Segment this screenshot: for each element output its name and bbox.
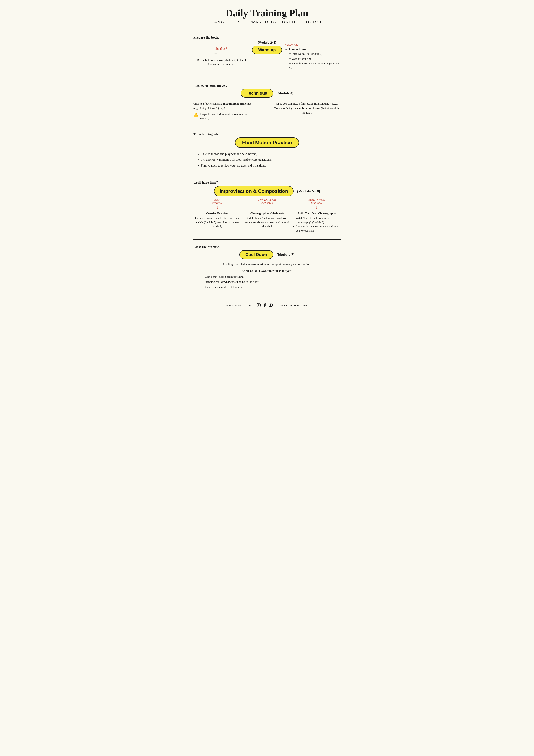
improv-branch-creativity: Boostcreativity ↓ Creative Exercises Cho… xyxy=(193,198,241,233)
cooldown-options: With a mat (floor-based stretching) Stan… xyxy=(193,274,341,289)
footer-brand: MOVE WITH MIIGAA xyxy=(279,304,308,307)
improv-list-3: Watch "How to build your own choreograph… xyxy=(293,216,341,233)
recurring-label: recurring? xyxy=(285,43,341,47)
footer-icons xyxy=(257,303,273,308)
divider-6 xyxy=(193,296,341,296)
improv-label: ...still have time? xyxy=(193,180,341,184)
improv-branch-confident: Confident in yourtechnique`? ↓ Choreogra… xyxy=(243,198,291,233)
warning-box: ⚠️ Jumps, floorwork & acrobatics have an… xyxy=(193,112,253,120)
improv-branches: Boostcreativity ↓ Creative Exercises Cho… xyxy=(193,198,341,233)
fluid-label: Time to integrate! xyxy=(193,132,341,136)
warmup-left: 1st time? ← Do the full ballet class (Mo… xyxy=(193,41,249,67)
warning-icon: ⚠️ xyxy=(193,113,198,117)
improv-list-item-3-1: Watch "How to build your own choreograph… xyxy=(296,216,341,225)
improv-text-2: Start the horeographies once you have a … xyxy=(243,216,291,229)
technique-center: Technique (Module 4) xyxy=(193,89,341,97)
divider-4 xyxy=(193,175,341,175)
svg-marker-2 xyxy=(270,305,271,306)
warmup-module: (Module 2+3) xyxy=(258,41,276,44)
improv-title-1: Creative Exercises xyxy=(193,212,241,215)
improv-content-2: Choreographies (Module 6) Start the hore… xyxy=(243,212,291,229)
technique-section: Lets learn some moves. Technique (Module… xyxy=(193,82,341,123)
instagram-icon xyxy=(257,303,261,308)
cooldown-label: Close the practise. xyxy=(193,245,341,249)
fluid-list: Take your prop and play with the new mov… xyxy=(193,151,341,168)
fluid-item-3: Film yourself to review your progress an… xyxy=(201,163,341,168)
page-title: Daily Training Plan xyxy=(193,8,341,19)
improv-content-3: Build Your Own Choreography Watch "How t… xyxy=(293,212,341,233)
technique-label: Lets learn some moves. xyxy=(193,84,341,88)
facebook-icon xyxy=(263,303,267,308)
improv-content-1: Creative Exercises Choose one lesson fro… xyxy=(193,212,241,229)
improv-text-1: Choose one lesson from the games/dynamic… xyxy=(193,216,241,229)
cooldown-section: Close the practise. Cool Down (Module 7)… xyxy=(193,243,341,293)
warmup-label: Prepare the body. xyxy=(193,36,341,40)
page-subtitle: DANCE FOR FLOWARTISTS - ONLINE COURSE xyxy=(193,20,341,24)
warmup-option-3: Ballet foundations and exercises (Module… xyxy=(289,61,341,71)
divider-3 xyxy=(193,127,341,127)
cooldown-select-label: Select a Cool Down that works for you: xyxy=(193,269,341,273)
technique-pill: Technique xyxy=(241,89,273,97)
divider-1 xyxy=(193,30,341,30)
technique-body: Choose a few lessons and mix different e… xyxy=(193,101,341,120)
ballet-text: Do the full ballet class (Module 3) to b… xyxy=(193,58,249,67)
improv-branch-label-1: Boostcreativity xyxy=(212,198,222,204)
improv-branch-label-3: Ready to createyour own? xyxy=(309,198,325,204)
technique-left-text: Choose a few lessons and mix different e… xyxy=(193,101,253,110)
fluid-center: Fluid Motion Practice xyxy=(193,137,341,148)
cooldown-option-1: With a mat (floor-based stretching) xyxy=(205,274,341,279)
fluid-pill: Fluid Motion Practice xyxy=(235,137,299,148)
improv-pill: Improvisation & Composition xyxy=(214,186,294,196)
warmup-right: recurring? → Choose from: Joint Warm Up … xyxy=(285,41,341,71)
cooldown-option-3: Your own personal stretch routine xyxy=(205,284,341,289)
improv-title-3: Build Your Own Choreography xyxy=(293,212,341,215)
cooldown-module: (Module 7) xyxy=(277,253,294,256)
improv-list-item-3-2: Integrate the movements and transitions … xyxy=(296,225,341,233)
fluid-item-2: Try different variations with props and … xyxy=(201,157,341,163)
first-time-label: 1st time? xyxy=(193,47,249,50)
technique-module: (Module 4) xyxy=(277,91,293,95)
warning-text: Jumps, floorwork & acrobatics have an ex… xyxy=(200,112,253,120)
svg-rect-0 xyxy=(257,303,260,307)
fluid-item-1: Take your prop and play with the new mov… xyxy=(201,151,341,157)
choose-from-label: Choose from: xyxy=(289,47,341,51)
technique-right: Once you complete a full section from Mo… xyxy=(273,101,341,115)
improv-branch-label-2: Confident in yourtechnique`? xyxy=(258,198,276,204)
improv-module: (Module 5+ 6) xyxy=(297,189,320,193)
cooldown-top: Cool Down (Module 7) xyxy=(193,250,341,259)
youtube-icon xyxy=(269,303,273,308)
technique-right-text: Once you complete a full section from Mo… xyxy=(273,101,341,115)
footer: WWW.MIIGAA.DE MOVE WITH MIIGAA xyxy=(193,300,341,308)
arrow-right: → xyxy=(260,108,266,114)
improv-branch-create: Ready to createyour own? ↓ Build Your Ow… xyxy=(293,198,341,233)
footer-website: WWW.MIIGAA.DE xyxy=(226,304,251,307)
cooldown-description: Cooling down helps release tension and s… xyxy=(193,262,341,267)
warmup-pill: Warm up xyxy=(252,45,282,54)
cooldown-pill: Cool Down xyxy=(240,250,273,259)
divider-5 xyxy=(193,239,341,240)
improv-top: Improvisation & Composition (Module 5+ 6… xyxy=(193,186,341,196)
warmup-section: Prepare the body. 1st time? ← Do the ful… xyxy=(193,34,341,75)
fluid-section: Time to integrate! Fluid Motion Practice… xyxy=(193,130,341,172)
warmup-options: Joint Warm Up (Module 2) Yoga (Module 2)… xyxy=(289,52,341,71)
improv-title-2: Choreographies (Module 6) xyxy=(243,212,291,215)
warmup-option-2: Yoga (Module 2) xyxy=(289,57,341,62)
technique-left: Choose a few lessons and mix different e… xyxy=(193,101,253,120)
cooldown-option-2: Standing cool-down (without going to the… xyxy=(205,279,341,284)
warmup-center: (Module 2+3) Warm up xyxy=(249,41,285,54)
divider-2 xyxy=(193,78,341,78)
warmup-option-1: Joint Warm Up (Module 2) xyxy=(289,52,341,57)
improv-section: ...still have time? Improvisation & Comp… xyxy=(193,178,341,236)
